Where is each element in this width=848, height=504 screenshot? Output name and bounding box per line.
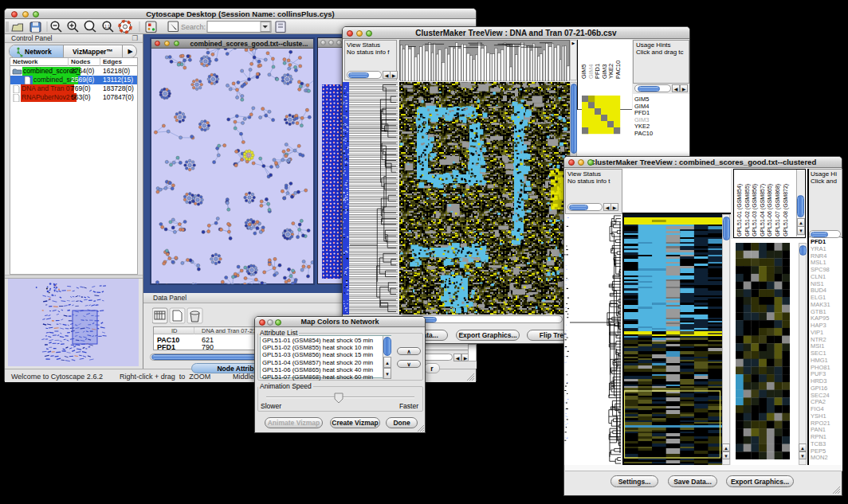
svg-text:GPL51-06 (GSM865): GPL51-06 (GSM865) xyxy=(767,184,773,236)
svg-text:1:1: 1:1 xyxy=(104,24,110,29)
svg-text:GPL51-07 (GSM868): GPL51-07 (GSM868) xyxy=(775,184,781,236)
svg-text:GPL51-01 (GSM854): GPL51-01 (GSM854) xyxy=(736,184,743,236)
svg-text:PAC10: PAC10 xyxy=(634,130,653,137)
svg-text:GPL51-03 (GSM856): GPL51-03 (GSM856) xyxy=(752,184,758,236)
svg-text:GPL51-08 (GSM872): GPL51-08 (GSM872) xyxy=(783,184,789,236)
svg-text:GPL51-02 (GSM855): GPL51-02 (GSM855) xyxy=(744,184,751,236)
svg-text:GPL51-04 (GSM857): GPL51-04 (GSM857) xyxy=(760,184,766,236)
svg-text:PAC10: PAC10 xyxy=(614,61,622,79)
svg-text:Search:: Search: xyxy=(181,23,206,31)
